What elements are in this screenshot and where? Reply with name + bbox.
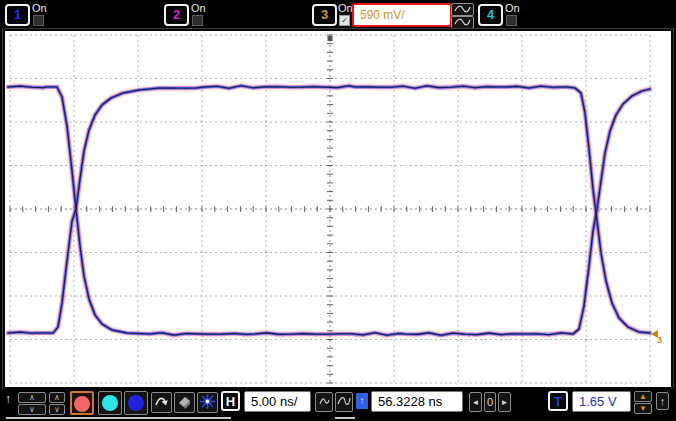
delay-left-button[interactable]: ◄	[469, 392, 482, 412]
oscilloscope-screen: 1 On 2 On 3 On 590 mV/ 4 On 3 ↑ ∧ ∨ ∧ ∨	[0, 0, 676, 421]
sine-wave-icon	[452, 18, 473, 26]
channel-4-checkbox[interactable]	[506, 15, 517, 26]
bottom-edge-highlight	[6, 417, 231, 419]
sun-icon	[199, 396, 216, 413]
persistence-button[interactable]	[151, 392, 172, 413]
eraser-icon	[176, 396, 193, 413]
channel-1-on-label: On	[32, 2, 47, 14]
trigger-menu-button[interactable]: T	[548, 391, 568, 411]
channel-2-checkbox[interactable]	[192, 15, 203, 26]
cyan-circle-icon	[102, 395, 118, 411]
timebase-field[interactable]: 5.00 ns/	[244, 391, 311, 412]
intensity-down-button[interactable]: ∨	[18, 404, 46, 415]
channel-4-button[interactable]: 4	[478, 4, 503, 26]
timebase-fine-button[interactable]	[315, 392, 333, 412]
trigger-slope-button[interactable]: ↑	[656, 392, 669, 410]
intensity-up-button[interactable]: ∧	[18, 392, 46, 403]
waveform-display-area: 3	[3, 29, 673, 389]
palette-blue-button[interactable]	[124, 391, 148, 415]
bottom-edge-tick	[335, 417, 355, 419]
red-circle-icon	[74, 396, 90, 412]
channel-3-scale-field[interactable]: 590 mV/	[352, 3, 452, 27]
top-bar: 1 On 2 On 3 On 590 mV/ 4 On	[2, 2, 674, 29]
trigger-slope-indicator[interactable]: ↑	[356, 393, 368, 409]
palette-red-button[interactable]	[70, 391, 94, 415]
sine-wave-icon	[452, 5, 473, 13]
scope-graticule-and-traces: 3	[5, 31, 671, 387]
up-arrow-icon[interactable]: ↑	[5, 392, 11, 406]
channel-3-button[interactable]: 3	[312, 4, 337, 26]
ch3-ground-marker-label: 3	[657, 335, 662, 345]
channel-3-on-label: On	[338, 2, 353, 14]
blue-circle-icon	[128, 395, 144, 411]
horizontal-menu-button[interactable]: H	[221, 391, 240, 411]
bottom-bar: ↑ ∧ ∨ ∧ ∨ H 5.00 ns/ ↑ 56.3228 ns ◄ 0 ► …	[2, 389, 674, 417]
channel-3-checkbox[interactable]	[339, 15, 350, 26]
channel-1-checkbox[interactable]	[33, 15, 44, 26]
scale-fine-adjust-button[interactable]	[451, 16, 474, 29]
delay-right-button[interactable]: ►	[498, 392, 511, 412]
channel-2-on-label: On	[191, 2, 206, 14]
fine-up-button[interactable]: ∧	[49, 392, 65, 403]
channel-2-button[interactable]: 2	[164, 4, 189, 26]
channel-1-button[interactable]: 1	[5, 4, 30, 26]
timebase-coarse-button[interactable]	[335, 392, 353, 412]
palette-cyan-button[interactable]	[98, 391, 122, 415]
scale-coarse-adjust-button[interactable]	[451, 3, 474, 16]
channel-4-on-label: On	[505, 2, 520, 14]
trigger-level-up-button[interactable]: ▲	[634, 391, 652, 402]
wave-arrow-icon	[153, 396, 170, 413]
brightness-button[interactable]	[197, 392, 218, 413]
large-sine-icon	[337, 395, 351, 412]
clear-display-button[interactable]	[174, 392, 195, 413]
delay-time-field[interactable]: 56.3228 ns	[371, 391, 463, 412]
small-sine-icon	[318, 395, 330, 412]
delay-zero-button[interactable]: 0	[484, 392, 496, 412]
trigger-level-field[interactable]: 1.65 V	[572, 391, 631, 412]
trigger-level-down-button[interactable]: ▼	[634, 403, 652, 414]
trigger-position-marker	[328, 36, 333, 41]
fine-down-button[interactable]: ∨	[49, 404, 65, 415]
